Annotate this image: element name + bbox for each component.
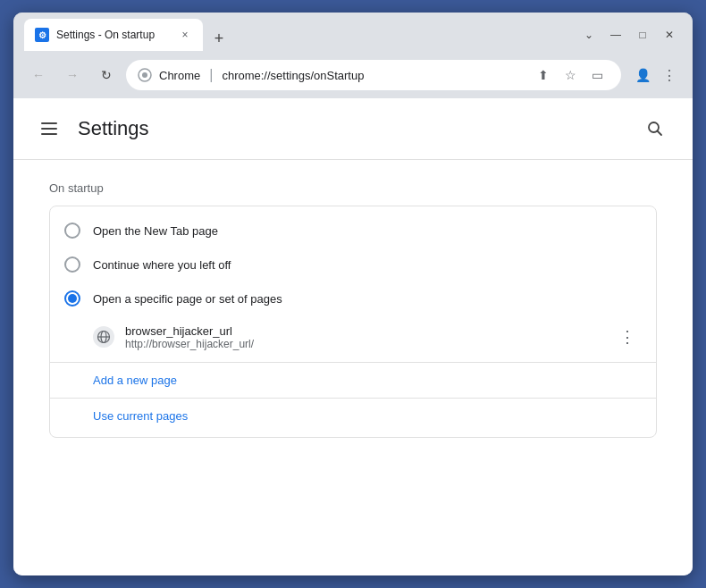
hamburger-line-3 (41, 133, 57, 135)
hamburger-line-2 (41, 128, 57, 130)
tab-title: Settings - On startup (56, 29, 171, 41)
chrome-menu-button[interactable]: ⋮ (657, 63, 682, 88)
add-new-page-button[interactable]: Add a new page (50, 366, 191, 394)
title-bar: ⚙ Settings - On startup × + ⌄ — □ ✕ (13, 13, 693, 52)
settings-header: Settings (13, 98, 693, 160)
new-tab-button[interactable]: + (206, 26, 231, 51)
tab-favicon: ⚙ (35, 28, 49, 42)
use-current-pages-button[interactable]: Use current pages (50, 402, 202, 430)
radio-circle-continue (64, 256, 80, 273)
back-button[interactable]: ← (24, 61, 53, 89)
omnibox-chrome-label: Chrome (159, 69, 200, 82)
bookmark-icon: ☆ (565, 68, 576, 82)
chrome-favicon (138, 68, 152, 82)
settings-title: Settings (78, 117, 149, 140)
radio-label-new-tab: Open the New Tab page (93, 224, 218, 238)
close-icon: ✕ (665, 29, 674, 41)
radio-circle-new-tab (64, 223, 80, 239)
settings-content: PC On startup Open the New Tab page Cont… (13, 160, 693, 459)
forward-icon: → (66, 68, 79, 82)
content-area: Settings PC On startup Open the New Tab … (13, 98, 693, 575)
tab-close-button[interactable]: × (178, 28, 192, 42)
radio-option-continue[interactable]: Continue where you left off (50, 248, 656, 281)
svg-point-3 (142, 72, 147, 78)
url-name: browser_hijacker_url (125, 324, 602, 338)
settings-header-left: Settings (35, 114, 149, 143)
forward-button[interactable]: → (58, 61, 87, 89)
show-tabs-icon: ⌄ (584, 29, 593, 41)
maximize-icon: □ (639, 29, 645, 41)
active-tab[interactable]: ⚙ Settings - On startup × (24, 19, 203, 51)
browser-window: ⚙ Settings - On startup × + ⌄ — □ ✕ ← (13, 13, 693, 575)
radio-inner-specific (68, 294, 77, 303)
back-icon: ← (32, 68, 45, 82)
settings-search-button[interactable] (639, 113, 671, 145)
section-title: On startup (49, 181, 657, 195)
bookmark-button[interactable]: ☆ (558, 63, 583, 88)
share-icon: ⬆ (538, 68, 549, 82)
close-button[interactable]: ✕ (657, 22, 682, 47)
hamburger-line-1 (41, 122, 57, 124)
maximize-button[interactable]: □ (630, 22, 655, 47)
omnibox-actions: ⬆ ☆ ▭ (531, 63, 609, 88)
address-bar: ← → ↻ Chrome | chrome://settings/onStart… (13, 52, 693, 98)
share-button[interactable]: ⬆ (531, 63, 556, 88)
hamburger-button[interactable] (35, 114, 63, 143)
show-tabs-button[interactable]: ⌄ (576, 22, 601, 47)
svg-line-5 (658, 131, 662, 136)
divider-1 (50, 362, 656, 363)
startup-card: Open the New Tab page Continue where you… (49, 206, 657, 438)
sidebar-icon: ▭ (592, 68, 603, 82)
search-icon (646, 120, 664, 138)
minimize-button[interactable]: — (603, 22, 628, 47)
browser-actions: 👤 ⋮ (630, 63, 682, 88)
chrome-menu-icon: ⋮ (662, 67, 677, 84)
radio-option-new-tab[interactable]: Open the New Tab page (50, 214, 656, 248)
omnibox-url: chrome://settings/onStartup (222, 69, 524, 82)
profile-icon: 👤 (635, 68, 651, 82)
radio-option-specific[interactable]: Open a specific page or set of pages (50, 281, 656, 315)
omnibox[interactable]: Chrome | chrome://settings/onStartup ⬆ ☆… (126, 60, 621, 90)
radio-label-continue: Continue where you left off (93, 258, 231, 272)
minimize-icon: — (610, 29, 621, 41)
url-address: http://browser_hijacker_url/ (125, 338, 602, 350)
url-info: browser_hijacker_url http://browser_hija… (125, 324, 602, 350)
omnibox-separator: | (209, 67, 213, 83)
url-entry-item: browser_hijacker_url http://browser_hija… (50, 315, 656, 358)
profile-button[interactable]: 👤 (630, 63, 655, 88)
radio-label-specific: Open a specific page or set of pages (93, 292, 282, 306)
sidebar-button[interactable]: ▭ (584, 63, 609, 88)
svg-text:⚙: ⚙ (38, 30, 46, 40)
url-menu-button[interactable]: ⋮ (613, 323, 642, 351)
tab-bar: ⚙ Settings - On startup × + (24, 19, 571, 51)
url-menu-icon: ⋮ (619, 327, 635, 347)
radio-circle-specific (64, 290, 80, 307)
window-controls: ⌄ — □ ✕ (576, 22, 682, 47)
globe-icon (93, 326, 114, 348)
reload-button[interactable]: ↻ (92, 61, 121, 89)
divider-2 (50, 398, 656, 399)
globe-svg (97, 330, 111, 344)
reload-icon: ↻ (101, 68, 112, 82)
